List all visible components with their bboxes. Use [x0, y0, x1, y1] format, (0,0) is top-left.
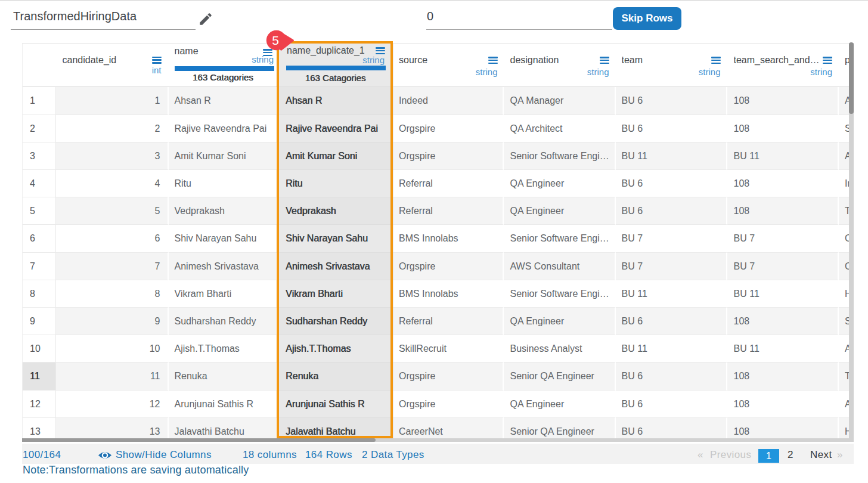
svg-text:5: 5 — [272, 33, 279, 47]
